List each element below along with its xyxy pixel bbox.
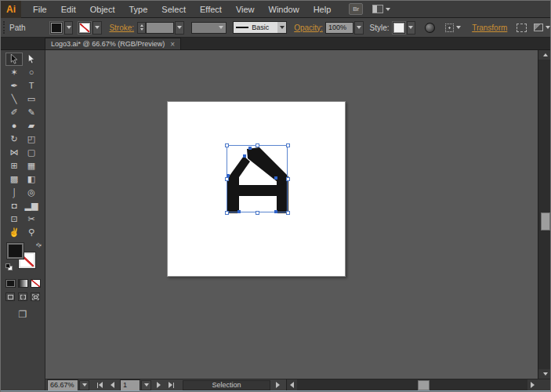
blob-brush-tool[interactable]: ● — [5, 119, 23, 132]
width-tool[interactable]: ⋈ — [5, 146, 23, 159]
vertical-scrollbar[interactable] — [538, 50, 551, 379]
tab-close-icon[interactable]: × — [170, 41, 175, 48]
last-artboard-button[interactable] — [165, 380, 176, 390]
draw-inside-button[interactable] — [31, 292, 40, 301]
direct-selection-tool[interactable] — [23, 53, 40, 66]
isolate-selected-object-icon[interactable] — [517, 24, 527, 32]
select-similar-options-icon[interactable] — [534, 24, 543, 31]
next-artboard-button[interactable] — [153, 380, 164, 390]
fill-color-swatch[interactable] — [49, 21, 63, 34]
stroke-panel-link[interactable]: Stroke: — [109, 24, 134, 32]
eraser-tool[interactable]: ▰ — [23, 119, 40, 132]
stroke-weight-dropdown-button[interactable] — [175, 21, 184, 34]
menu-help[interactable]: Help — [306, 1, 339, 18]
status-indicator[interactable]: Selection — [183, 380, 270, 390]
workspace-switcher-button[interactable] — [372, 5, 390, 13]
selection-handle[interactable] — [286, 211, 290, 215]
horizontal-scroll-thumb[interactable] — [418, 380, 430, 390]
select-similar-dropdown-button[interactable] — [455, 21, 462, 34]
slice-tool[interactable]: ✂ — [23, 212, 40, 226]
stroke-color-dropdown-button[interactable] — [92, 21, 102, 34]
paintbrush-tool[interactable]: ✐ — [5, 106, 23, 119]
blend-tool[interactable]: ◎ — [23, 186, 40, 199]
anchor-point[interactable] — [274, 176, 277, 180]
fill-color-dropdown-button[interactable] — [64, 21, 74, 34]
selection-handle[interactable] — [225, 211, 229, 215]
hand-tool[interactable]: ✌ — [5, 226, 23, 239]
anchor-point[interactable] — [227, 174, 230, 177]
scroll-up-button[interactable] — [538, 50, 551, 60]
symbol-sprayer-tool[interactable]: ◘ — [5, 199, 23, 212]
magic-wand-tool[interactable]: ✶ — [5, 66, 23, 79]
logo-artwork[interactable] — [227, 146, 288, 213]
gradient-tool[interactable]: ◧ — [23, 172, 40, 186]
rotate-tool[interactable]: ↻ — [5, 132, 23, 146]
free-transform-tool[interactable]: ▢ — [23, 146, 40, 159]
menu-effect[interactable]: Effect — [193, 1, 229, 18]
menu-window[interactable]: Window — [262, 1, 306, 18]
eyedropper-tool[interactable]: ⌡ — [5, 186, 23, 199]
opacity-dropdown-button[interactable] — [354, 21, 364, 34]
stroke-color-swatch[interactable] — [78, 21, 92, 34]
selection-tool[interactable] — [5, 53, 23, 66]
artboard[interactable] — [167, 101, 346, 277]
selection-handle[interactable] — [256, 143, 259, 147]
gradient-button[interactable] — [18, 279, 28, 288]
menu-file[interactable]: File — [26, 1, 54, 18]
none-button[interactable] — [31, 279, 41, 288]
default-fill-stroke-icon[interactable] — [5, 263, 13, 270]
document-tab[interactable]: Logo3.ai* @ 66.67% (RGB/Preview) × — [45, 38, 181, 49]
scroll-down-button[interactable] — [538, 369, 551, 379]
bridge-button[interactable]: Br — [349, 3, 363, 15]
mesh-tool[interactable]: ▩ — [5, 172, 23, 186]
artboard-tool[interactable]: ⊡ — [5, 212, 23, 226]
scale-tool[interactable]: ◰ — [23, 132, 40, 146]
selection-handle[interactable] — [286, 177, 290, 181]
shape-builder-tool[interactable]: ⊞ — [5, 159, 23, 172]
menu-object[interactable]: Object — [83, 1, 122, 18]
draw-behind-button[interactable] — [18, 292, 27, 301]
recolor-artwork-icon[interactable] — [425, 23, 435, 33]
select-similar-icon[interactable] — [445, 24, 454, 32]
brush-dropdown-button[interactable] — [277, 22, 286, 33]
width-profile-dropdown[interactable] — [191, 22, 227, 34]
horizontal-scrollbar[interactable] — [286, 379, 538, 391]
artboard-number-field[interactable]: 1 — [120, 379, 140, 391]
column-graph-tool[interactable]: ▂▆ — [23, 199, 40, 212]
zoom-dropdown-button[interactable] — [79, 380, 89, 390]
rectangle-tool[interactable]: ▭ — [23, 93, 40, 106]
menu-select[interactable]: Select — [154, 1, 193, 18]
zoom-tool[interactable]: ⚲ — [23, 226, 40, 239]
canvas-area[interactable] — [45, 50, 538, 379]
selection-handle[interactable] — [286, 143, 290, 147]
fill-swatch[interactable] — [7, 243, 24, 259]
brush-definition-dropdown[interactable]: Basic — [233, 21, 287, 34]
panel-grip[interactable] — [3, 21, 5, 34]
pen-tool[interactable]: ✒ — [5, 79, 23, 93]
scroll-right-button[interactable] — [527, 379, 538, 391]
selection-handle[interactable] — [256, 211, 259, 215]
anchor-point[interactable] — [237, 210, 241, 213]
lasso-tool[interactable]: ○ — [23, 66, 40, 79]
style-swatch[interactable] — [392, 21, 406, 34]
transform-panel-link[interactable]: Transform — [472, 24, 507, 32]
artboard-dropdown-button[interactable] — [141, 380, 151, 390]
selection-handle[interactable] — [225, 177, 229, 181]
anchor-point[interactable] — [243, 154, 246, 158]
menu-edit[interactable]: Edit — [54, 1, 83, 18]
options-dropdown-button[interactable] — [544, 21, 551, 34]
screen-mode-button[interactable]: ❐ — [1, 309, 45, 320]
selection-handle[interactable] — [225, 143, 229, 147]
scroll-left-button[interactable] — [287, 379, 297, 391]
anchor-point[interactable] — [248, 147, 252, 150]
status-options-button[interactable] — [272, 380, 283, 390]
line-segment-tool[interactable]: ╲ — [5, 93, 23, 106]
pencil-tool[interactable]: ✎ — [23, 106, 40, 119]
menu-type[interactable]: Type — [122, 1, 155, 18]
style-dropdown-button[interactable] — [407, 21, 416, 34]
vertical-scroll-thumb[interactable] — [541, 212, 550, 230]
zoom-level-field[interactable]: 66.67% — [47, 379, 78, 391]
type-tool[interactable]: T — [23, 79, 40, 93]
previous-artboard-button[interactable] — [107, 380, 118, 390]
first-artboard-button[interactable] — [94, 380, 105, 390]
